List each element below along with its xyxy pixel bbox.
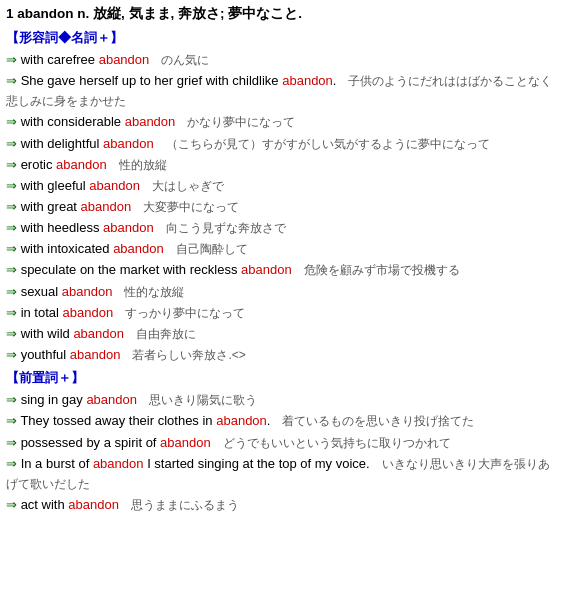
entry-translation: 自由奔放に (124, 327, 196, 341)
entry-0-12: ⇒ with wild abandon 自由奔放に (6, 324, 558, 344)
arrow-icon: ⇒ (6, 178, 21, 193)
entry-0-10: ⇒ sexual abandon 性的な放縦 (6, 282, 558, 302)
entry-translation: すっかり夢中になって (113, 306, 245, 320)
entry-keyword: abandon (216, 413, 267, 428)
section-header-1: 【前置詞＋】 (6, 368, 558, 388)
entry-keyword: abandon (160, 435, 211, 450)
entry-1-3: ⇒ In a burst of abandon I started singin… (6, 454, 558, 494)
entry-text-before: They tossed away their clothes in (20, 413, 216, 428)
entry-keyword: abandon (93, 456, 144, 471)
entry-0-4: ⇒ erotic abandon 性的放縦 (6, 155, 558, 175)
entry-translation: 大はしゃぎで (140, 179, 224, 193)
entry-1-2: ⇒ possessed by a spirit of abandon どうでもい… (6, 433, 558, 453)
entry-keyword: abandon (70, 347, 121, 362)
arrow-icon: ⇒ (6, 326, 21, 341)
entry-text-before: with delightful (21, 136, 103, 151)
arrow-icon: ⇒ (6, 305, 21, 320)
entry-keyword: abandon (86, 392, 137, 407)
entry-keyword: abandon (89, 178, 140, 193)
arrow-icon: ⇒ (6, 262, 21, 277)
entry-translation: 思いきり陽気に歌う (137, 393, 257, 407)
entry-translation: 大変夢中になって (131, 200, 239, 214)
entry-0-5: ⇒ with gleeful abandon 大はしゃぎで (6, 176, 558, 196)
entry-translation: のん気に (149, 53, 209, 67)
entry-translation: 向こう見ずな奔放さで (154, 221, 286, 235)
entry-translation: 危険を顧みず市場で投機する (292, 263, 460, 277)
entry-translation: 思うままにふるまう (119, 498, 239, 512)
entry-keyword: abandon (62, 284, 113, 299)
entry-text-before: In a burst of (21, 456, 93, 471)
entry-text-before: sing in gay (21, 392, 87, 407)
arrow-icon: ⇒ (6, 347, 21, 362)
entry-0-13: ⇒ youthful abandon 若者らしい奔放さ.<> (6, 345, 558, 365)
entry-text-before: with great (21, 199, 81, 214)
arrow-icon: ⇒ (6, 413, 20, 428)
entry-0-8: ⇒ with intoxicated abandon 自己陶酔して (6, 239, 558, 259)
entry-keyword: abandon (103, 220, 154, 235)
entry-text-before: speculate on the market with reckless (21, 262, 241, 277)
arrow-icon: ⇒ (6, 220, 21, 235)
entry-keyword: abandon (56, 157, 107, 172)
arrow-icon: ⇒ (6, 199, 21, 214)
entry-text-before: in total (21, 305, 63, 320)
entry-translation: 性的な放縦 (112, 285, 184, 299)
arrow-icon: ⇒ (6, 241, 21, 256)
entry-text-before: She gave herself up to her grief with ch… (21, 73, 283, 88)
entry-1-4: ⇒ act with abandon 思うままにふるまう (6, 495, 558, 515)
arrow-icon: ⇒ (6, 497, 21, 512)
arrow-icon: ⇒ (6, 284, 21, 299)
entry-text-before: with considerable (21, 114, 125, 129)
entry-text-before: with heedless (21, 220, 103, 235)
entry-text-before: act with (21, 497, 69, 512)
entry-0-3: ⇒ with delightful abandon （こちらが見て）すがすがしい… (6, 134, 558, 154)
entry-text-before: with carefree (21, 52, 99, 67)
arrow-icon: ⇒ (6, 114, 21, 129)
entry-0-6: ⇒ with great abandon 大変夢中になって (6, 197, 558, 217)
entry-0-7: ⇒ with heedless abandon 向こう見ずな奔放さで (6, 218, 558, 238)
entry-keyword: abandon (125, 114, 176, 129)
page-content: 1 abandon n. 放縦, 気まま, 奔放さ; 夢中なこと. 【形容詞◆名… (6, 4, 558, 515)
entry-text-before: erotic (21, 157, 56, 172)
entry-translation: 自己陶酔して (164, 242, 248, 256)
entry-1-0: ⇒ sing in gay abandon 思いきり陽気に歌う (6, 390, 558, 410)
entry-text-before: youthful (21, 347, 70, 362)
entry-text-before: with wild (21, 326, 74, 341)
arrow-icon: ⇒ (6, 73, 21, 88)
entry-0-9: ⇒ speculate on the market with reckless … (6, 260, 558, 280)
entry-keyword: abandon (103, 136, 154, 151)
entry-text-before: with intoxicated (21, 241, 114, 256)
arrow-icon: ⇒ (6, 456, 21, 471)
entry-translation: （こちらが見て）すがすがしい気がするように夢中になって (154, 137, 490, 151)
entry-keyword: abandon (113, 241, 164, 256)
entry-keyword: abandon (99, 52, 150, 67)
entry-1-1: ⇒ They tossed away their clothes in aban… (6, 411, 558, 431)
entry-keyword: abandon (81, 199, 132, 214)
entry-keyword: abandon (63, 305, 114, 320)
entry-0-11: ⇒ in total abandon すっかり夢中になって (6, 303, 558, 323)
entry-text-before: sexual (21, 284, 62, 299)
entry-keyword: abandon (73, 326, 124, 341)
section-header-0: 【形容詞◆名詞＋】 (6, 28, 558, 48)
arrow-icon: ⇒ (6, 435, 21, 450)
arrow-icon: ⇒ (6, 157, 21, 172)
entry-translation: 若者らしい奔放さ.<> (120, 348, 245, 362)
entry-translation: 着ているものを思いきり投げ捨てた (270, 414, 474, 428)
entry-keyword: abandon (282, 73, 333, 88)
entry-0-0: ⇒ with carefree abandon のん気に (6, 50, 558, 70)
entry-0-1: ⇒ She gave herself up to her grief with … (6, 71, 558, 111)
entry-0-2: ⇒ with considerable abandon かなり夢中になって (6, 112, 558, 132)
arrow-icon: ⇒ (6, 136, 21, 151)
arrow-icon: ⇒ (6, 392, 21, 407)
entry-translation: 性的放縦 (107, 158, 167, 172)
entry-title: 1 abandon n. 放縦, 気まま, 奔放さ; 夢中なこと. (6, 4, 558, 25)
entry-text-before: with gleeful (21, 178, 90, 193)
entry-translation: かなり夢中になって (175, 115, 295, 129)
arrow-icon: ⇒ (6, 52, 21, 67)
entry-text-before: possessed by a spirit of (21, 435, 160, 450)
entry-translation: どうでもいいという気持ちに取りつかれて (211, 436, 451, 450)
entry-keyword: abandon (241, 262, 292, 277)
entry-keyword: abandon (68, 497, 119, 512)
entry-text-after: I started singing at the top of my voice… (144, 456, 370, 471)
